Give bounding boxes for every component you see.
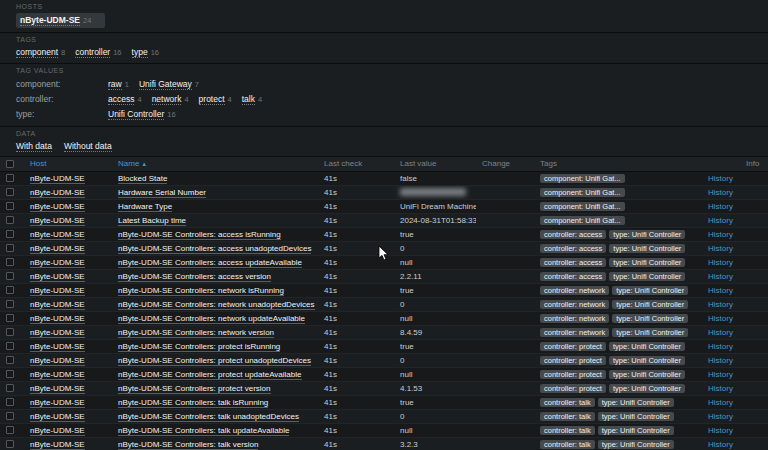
tag-value-filter-link[interactable]: raw [108, 79, 122, 90]
row-checkbox[interactable] [6, 230, 14, 238]
column-header-name[interactable]: Name [118, 159, 139, 168]
history-link[interactable]: History [708, 258, 733, 267]
row-checkbox[interactable] [6, 174, 14, 182]
tag-value-filter-link[interactable]: protect [199, 94, 225, 105]
history-link[interactable]: History [708, 356, 733, 365]
row-checkbox[interactable] [6, 328, 14, 336]
item-name-link[interactable]: nByte-UDM-SE Controllers: access version [118, 272, 271, 282]
history-link[interactable]: History [708, 230, 733, 239]
row-checkbox[interactable] [6, 188, 14, 196]
item-name-link[interactable]: nByte-UDM-SE Controllers: talk updateAva… [118, 426, 289, 436]
history-link[interactable]: History [708, 440, 733, 449]
item-name-link[interactable]: nByte-UDM-SE Controllers: protect update… [118, 370, 302, 380]
host-link[interactable]: nByte-UDM-SE [30, 342, 85, 352]
row-checkbox[interactable] [6, 384, 14, 392]
host-cell: nByte-UDM-SE [24, 409, 112, 423]
history-link[interactable]: History [708, 216, 733, 225]
tag-value-filter-link[interactable]: talk [242, 94, 255, 105]
row-checkbox[interactable] [6, 356, 14, 364]
row-checkbox[interactable] [6, 440, 14, 448]
host-link[interactable]: nByte-UDM-SE [30, 244, 85, 254]
host-link[interactable]: nByte-UDM-SE [30, 314, 85, 324]
tag-value-filter-link[interactable]: Unifi Controller [108, 109, 164, 120]
item-name-link[interactable]: nByte-UDM-SE Controllers: talk version [118, 440, 258, 450]
item-name-link[interactable]: Latest Backup time [118, 216, 186, 226]
row-checkbox[interactable] [6, 314, 14, 322]
row-checkbox[interactable] [6, 426, 14, 434]
row-checkbox[interactable] [6, 370, 14, 378]
host-link[interactable]: nByte-UDM-SE [30, 440, 85, 450]
history-link[interactable]: History [708, 174, 733, 183]
host-link[interactable]: nByte-UDM-SE [30, 286, 85, 296]
item-name-link[interactable]: nByte-UDM-SE Controllers: access unadopt… [118, 244, 311, 254]
item-name-link[interactable]: Hardware Type [118, 202, 172, 212]
tag-value-filter-link[interactable]: Unifi Gateway [139, 79, 192, 90]
host-link[interactable]: nByte-UDM-SE [30, 356, 85, 366]
host-link[interactable]: nByte-UDM-SE [30, 258, 85, 268]
tag-filter-link[interactable]: controller [75, 47, 110, 58]
item-name-link[interactable]: nByte-UDM-SE Controllers: network unadop… [118, 300, 315, 310]
history-link[interactable]: History [708, 272, 733, 281]
item-name-link[interactable]: nByte-UDM-SE Controllers: access isRunni… [118, 230, 281, 240]
item-name-link[interactable]: nByte-UDM-SE Controllers: access updateA… [118, 258, 302, 268]
history-link[interactable]: History [708, 398, 733, 407]
item-name-link[interactable]: nByte-UDM-SE Controllers: talk isRunning [118, 398, 268, 408]
row-checkbox[interactable] [6, 216, 14, 224]
item-name-link[interactable]: nByte-UDM-SE Controllers: network isRunn… [118, 286, 284, 296]
item-name-link[interactable]: Hardware Serial Number [118, 188, 206, 198]
row-checkbox-cell [0, 367, 24, 381]
host-link[interactable]: nByte-UDM-SE [30, 300, 85, 310]
item-name-link[interactable]: nByte-UDM-SE Controllers: protect versio… [118, 384, 271, 394]
item-name-link[interactable]: nByte-UDM-SE Controllers: protect unadop… [118, 356, 311, 366]
select-all-checkbox[interactable] [6, 160, 14, 168]
history-link[interactable]: History [708, 244, 733, 253]
history-link[interactable]: History [708, 412, 733, 421]
host-link[interactable]: nByte-UDM-SE [30, 384, 85, 394]
item-name-link[interactable]: nByte-UDM-SE Controllers: network update… [118, 314, 305, 324]
data-filter-link[interactable]: With data [16, 141, 52, 152]
history-link[interactable]: History [708, 342, 733, 351]
tag-filter-link[interactable]: component [16, 47, 58, 58]
row-checkbox[interactable] [6, 244, 14, 252]
history-link[interactable]: History [708, 384, 733, 393]
row-checkbox[interactable] [6, 398, 14, 406]
item-name-link[interactable]: nByte-UDM-SE Controllers: protect isRunn… [118, 342, 280, 352]
item-name-link[interactable]: nByte-UDM-SE Controllers: network versio… [118, 328, 274, 338]
history-link[interactable]: History [708, 300, 733, 309]
host-link[interactable]: nByte-UDM-SE [30, 174, 85, 184]
host-link[interactable]: nByte-UDM-SE [30, 398, 85, 408]
host-link[interactable]: nByte-UDM-SE [30, 230, 85, 240]
tag-value-filter-link[interactable]: access [108, 94, 134, 105]
host-link[interactable]: nByte-UDM-SE [30, 188, 85, 198]
item-name-link[interactable]: Blocked State [118, 174, 167, 184]
history-link[interactable]: History [708, 370, 733, 379]
history-link[interactable]: History [708, 328, 733, 337]
row-checkbox[interactable] [6, 286, 14, 294]
history-link[interactable]: History [708, 314, 733, 323]
tag-value-filter-link[interactable]: network [152, 94, 182, 105]
row-checkbox[interactable] [6, 258, 14, 266]
row-checkbox[interactable] [6, 300, 14, 308]
history-link[interactable]: History [708, 188, 733, 197]
item-name-link[interactable]: nByte-UDM-SE Controllers: talk unadopted… [118, 412, 299, 422]
tag-filter-link[interactable]: type [132, 47, 148, 58]
history-link[interactable]: History [708, 202, 733, 211]
row-checkbox[interactable] [6, 342, 14, 350]
host-link[interactable]: nByte-UDM-SE [30, 272, 85, 282]
host-link[interactable]: nByte-UDM-SE [30, 328, 85, 338]
host-link[interactable]: nByte-UDM-SE [30, 370, 85, 380]
row-checkbox[interactable] [6, 202, 14, 210]
column-header-host[interactable]: Host [30, 159, 46, 168]
host-filter-link[interactable]: nByte-UDM-SE [20, 15, 80, 26]
host-link[interactable]: nByte-UDM-SE [30, 412, 85, 422]
data-filter-link[interactable]: Without data [64, 141, 112, 152]
host-link[interactable]: nByte-UDM-SE [30, 216, 85, 226]
tag-value-filter-count: 4 [184, 95, 188, 104]
history-link[interactable]: History [708, 286, 733, 295]
history-link[interactable]: History [708, 426, 733, 435]
row-checkbox[interactable] [6, 412, 14, 420]
host-link[interactable]: nByte-UDM-SE [30, 426, 85, 436]
host-link[interactable]: nByte-UDM-SE [30, 202, 85, 212]
last-check-cell: 41s [318, 353, 394, 367]
row-checkbox[interactable] [6, 272, 14, 280]
